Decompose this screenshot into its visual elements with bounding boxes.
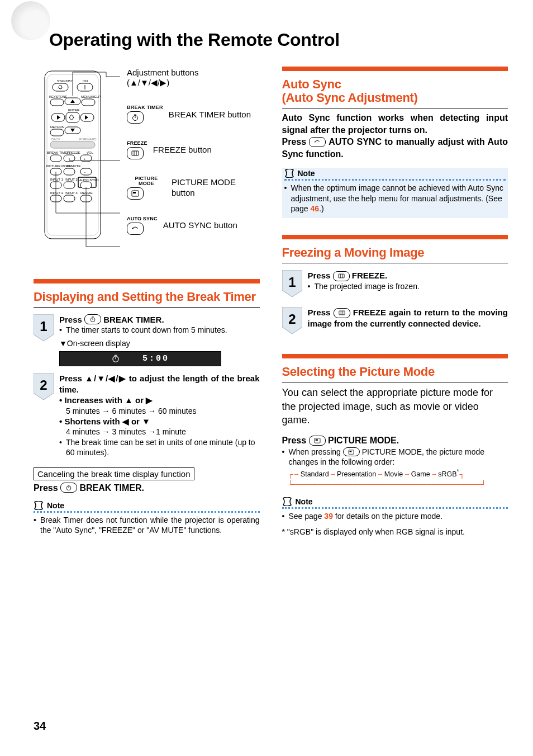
svg-text:RESIZE: RESIZE (80, 191, 93, 195)
text: Press (282, 436, 309, 445)
step-badge-1: 1 (282, 270, 302, 298)
remote-control-illustration: .rk{fill:#fff;stroke:#000;stroke-width:1… (34, 67, 120, 262)
svg-text:INPUT 1: INPUT 1 (50, 178, 64, 181)
flow-item: sRGB (438, 470, 456, 478)
callout-auto-sync: AUTO SYNC AUTO SYNC button (127, 216, 260, 235)
onscreen-display: 5:00 (59, 351, 221, 367)
callout-sub: (▲/▼/◀/▶) (127, 78, 198, 88)
svg-text:ENTER: ENTER (68, 108, 80, 112)
page-title: Operating with the Remote Control (49, 31, 508, 50)
svg-rect-79 (338, 274, 344, 278)
svg-rect-10 (50, 99, 64, 106)
step-badge-2: 2 (282, 307, 302, 335)
svg-rect-26 (50, 155, 61, 162)
callout-text: AUTO SYNC button (163, 220, 237, 231)
picture-mode-flow: ┌→Standard→Presentation→Movie→Game→sRGB*… (282, 468, 508, 489)
svg-rect-41 (64, 182, 75, 188)
text: Press (308, 271, 333, 280)
freeze-step-2: 2 Press FREEZE again to return to the mo… (282, 307, 508, 337)
text: PICTURE MODE. (326, 436, 399, 445)
callout-break-timer: BREAK TIMER BREAK TIMER button (127, 105, 260, 124)
break-timer-key-icon (60, 483, 77, 493)
svg-rect-87 (315, 440, 317, 441)
section-heading-break-timer: Displaying and Setting the Break Timer (34, 290, 260, 308)
step-badge-2: 2 (34, 373, 54, 401)
onscreen-label: ▼On-screen display (59, 338, 260, 348)
svg-text:ON: ON (83, 79, 88, 83)
svg-text:1: 1 (40, 319, 47, 334)
step-badge-1: 1 (34, 314, 54, 342)
svg-text:INPUT 2: INPUT 2 (65, 178, 78, 181)
cancel-box-label: Canceling the break time display functio… (34, 467, 194, 480)
sub-bullet-label: Shortens with ◀ or ▼ (64, 417, 150, 426)
footnote: * "sRGB" is displayed only when RGB sign… (282, 527, 508, 537)
note-icon (284, 169, 294, 178)
sub-bullet-text: The break time can be set in units of on… (66, 437, 260, 457)
svg-text:FORWARD: FORWARD (79, 138, 97, 141)
flow-item: Presentation (337, 470, 376, 478)
decorative-circle (11, 1, 50, 40)
flow-item: Movie (384, 470, 403, 478)
key-label: PICTURE MODE (127, 176, 166, 186)
svg-text:MENU/HELP: MENU/HELP (81, 95, 101, 98)
section-heading-freeze: Freezing a Moving Image (282, 246, 508, 263)
text: Press (59, 315, 84, 324)
flow-item: Game (411, 470, 430, 478)
callout-text: BREAK TIMER button (169, 110, 251, 120)
callout-freeze: FREEZE FREEZE button (127, 141, 260, 159)
svg-rect-33 (64, 168, 75, 175)
svg-rect-4 (53, 83, 68, 91)
note-block: Note • When the optimum image cannot be … (282, 168, 508, 218)
section-divider (282, 235, 508, 239)
picture-mode-intro: You can select the appropriate picture m… (282, 386, 508, 427)
svg-rect-89 (350, 451, 352, 452)
section-divider (282, 67, 508, 71)
auto-sync-key-icon (127, 223, 144, 235)
picture-mode-key-icon (343, 447, 360, 456)
section-heading-auto-sync: Auto Sync (Auto Sync Adjustment) (282, 78, 508, 108)
svg-text:2: 2 (40, 377, 47, 393)
picture-mode-key-icon (309, 436, 326, 446)
note-label: Note (296, 497, 313, 506)
svg-text:+: + (84, 157, 86, 160)
timer-value: 5:00 (142, 353, 169, 365)
svg-rect-11 (82, 99, 95, 106)
svg-point-75 (66, 486, 71, 490)
flow-item: Standard (301, 470, 329, 478)
note-text: .) (319, 204, 324, 213)
picture-mode-key-icon (127, 187, 144, 200)
note-text: See page (289, 512, 325, 521)
step-bullet: The projected image is frozen. (315, 281, 420, 291)
step-bullet: The timer starts to count down from 5 mi… (66, 325, 227, 335)
sub-bullet-text: 4 minutes → 3 minutes →1 minute (59, 427, 260, 437)
callout-text: FREEZE button (153, 145, 212, 155)
svg-text:INPUT 3: INPUT 3 (50, 191, 64, 195)
note-icon (34, 501, 44, 510)
svg-text:2: 2 (288, 311, 296, 327)
text: BREAK TIMER. (103, 315, 164, 324)
svg-rect-22 (50, 141, 95, 148)
svg-text:STANDBY: STANDBY (57, 79, 73, 83)
callout-label: Adjustment buttons (127, 68, 198, 78)
page: Operating with the Remote Control .rk{fi… (0, 0, 533, 756)
text: BREAK TIMER. (80, 483, 145, 493)
sub-bullet-label: Increases with ▲ or ▶ (64, 395, 153, 405)
key-label: FREEZE (127, 141, 147, 146)
svg-text:KEYSTONE: KEYSTONE (49, 95, 68, 98)
svg-text:INPUT 4: INPUT 4 (65, 191, 78, 195)
freeze-key-icon (127, 147, 144, 159)
text: Press (308, 308, 334, 317)
svg-rect-62 (132, 151, 139, 155)
note-label: Note (298, 169, 315, 178)
freeze-step-1: 1 Press FREEZE. •The projected image is … (282, 270, 508, 300)
svg-text:FREEZE: FREEZE (67, 151, 80, 154)
callout-picture-mode: PICTURE MODE PICTURE MODE button (127, 176, 260, 200)
freeze-key-icon (333, 271, 350, 281)
break-timer-key-icon (84, 314, 101, 324)
timer-icon (111, 354, 120, 363)
callout-adjustment: Adjustment buttons (▲/▼/◀/▶) (127, 68, 260, 89)
auto-sync-key-icon (309, 137, 326, 147)
svg-rect-15 (66, 112, 79, 122)
svg-text:RETURN: RETURN (50, 125, 64, 129)
note-label: Note (47, 501, 64, 510)
